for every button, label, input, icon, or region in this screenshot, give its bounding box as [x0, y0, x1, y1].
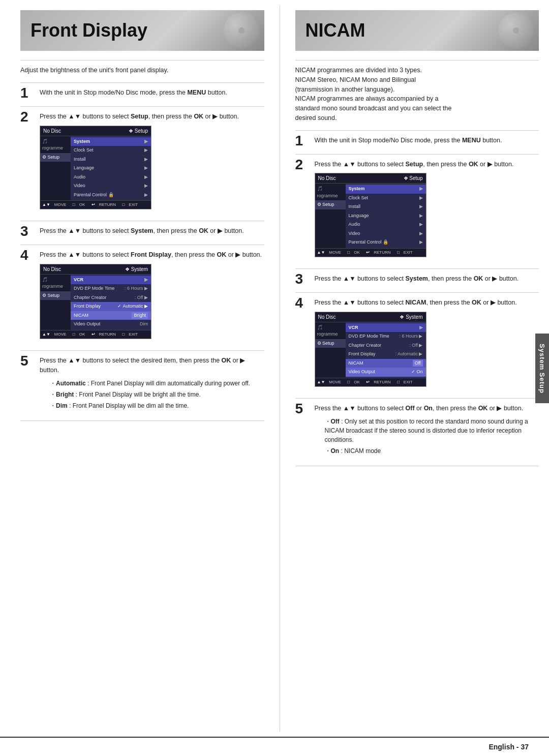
divider-s2-left [20, 221, 264, 221]
divider-end-right [295, 466, 539, 466]
main-content: Front Display Adjust the brightness of t… [0, 0, 549, 737]
osd-chapter-left: Chapter Creator : Off ▶ [71, 293, 151, 303]
nicam-header: NICAM [295, 10, 539, 51]
step-number-4-left: 4 [20, 248, 35, 262]
osd-disc-left: No Disc [43, 127, 61, 135]
osd-body-left: 🎵 rogramme ⚙ Setup System ▶ Clock Set ▶ … [40, 136, 151, 201]
osd-system-nav-right: ▲▼ MOVE □OK ↩RETURN □EXIT [315, 378, 426, 386]
step-1-left: 1 With the unit in Stop mode/No Disc mod… [20, 88, 264, 100]
step-5-right: 5 Press the ▲▼ buttons to select Off or … [295, 404, 539, 460]
osd-nicam-right: NICAM Off [346, 359, 426, 368]
bullet-auto: ・Automatic : Front Panel Display will di… [50, 379, 264, 388]
intro-text-right: NICAM programmes are divided into 3 type… [295, 66, 539, 123]
divider-intro-right [295, 130, 539, 131]
osd-main-right: System ▶ Clock Set ▶ Install ▶ Language … [346, 184, 426, 248]
osd-system-mode-left: ❖ System [125, 265, 148, 273]
osd-system-vcr-right: VCR ▶ [346, 323, 426, 332]
step-content-2-left: Press the ▲▼ buttons to select Setup, th… [40, 112, 264, 215]
step-number-5-left: 5 [20, 354, 35, 368]
header-disc-right [498, 13, 534, 48]
sidebar2-setup-left: ⚙ Setup [40, 291, 71, 300]
col-right: NICAM NICAM programmes are divided into … [280, 0, 550, 737]
osd-setup-left: No Disc ❖ Setup 🎵 rogramme ⚙ Setup Syste… [40, 126, 151, 210]
divider-after-header-left [20, 60, 264, 61]
osd-chapter-right: Chapter Creator : Off ▶ [346, 341, 426, 350]
osd-body-right: 🎵 rogramme ⚙ Setup System ▶ Clock Set ▶ … [315, 184, 426, 248]
osd-nav-left: ▲▼ MOVE □OK ↩RETURN □EXIT [40, 200, 151, 209]
osd-sidebar-left: 🎵 rogramme ⚙ Setup [40, 136, 71, 201]
step-number-5-right: 5 [295, 402, 310, 416]
front-display-title: Front Display [20, 15, 158, 46]
bullet-off: ・Off : Only set at this position to reco… [325, 417, 539, 444]
osd-nav-right: ▲▼ MOVE □OK ↩RETURN □EXIT [315, 248, 426, 257]
step-3-left: 3 Press the ▲▼ buttons to select System,… [20, 226, 264, 238]
osd-item-audio-left: Audio ▶ [71, 173, 151, 182]
header-disc-left [224, 13, 259, 48]
step-content-1-right: With the unit in Stop mode/No Disc mode,… [315, 136, 539, 145]
osd-nicam-left: NICAM Bright [71, 311, 151, 320]
osd-frontdisp-right: Front Display : Automatic ▶ [346, 350, 426, 359]
step-content-1-left: With the unit in Stop mode/No Disc mode,… [40, 88, 264, 98]
osd-frontdisp-left: Front Display ✓ Automatic ▶ [71, 302, 151, 311]
osd-system-main-left: VCR ▶ DVD EP Mode Time : 6 Hours ▶ Chapt… [71, 275, 151, 330]
osd-menu-header-left: System ▶ [71, 137, 151, 146]
system-setup-tab: System Setup [535, 334, 549, 404]
step-content-3-left: Press the ▲▼ buttons to select System, t… [40, 226, 264, 236]
sidebar-programme-left: 🎵 rogramme [40, 137, 71, 153]
divider-intro-left [20, 82, 264, 83]
osd-item-clockset-right: Clock Set ▶ [346, 194, 426, 203]
step-number-2-right: 2 [295, 158, 310, 172]
osd-dvdep-right: DVD EP Mode Time : 6 Hours ▶ [346, 332, 426, 341]
divider-s1-left [20, 106, 264, 107]
nicam-title: NICAM [295, 15, 376, 46]
sidebar-programme-right: 🎵 rogramme [315, 185, 346, 200]
col-left: Front Display Adjust the brightness of t… [0, 0, 280, 737]
osd-item-clockset-left: Clock Set ▶ [71, 146, 151, 155]
sidebar2-programme-right: 🎵 rogramme [315, 323, 346, 339]
divider-end-left [20, 420, 264, 421]
footer: English - 37 [0, 737, 549, 756]
divider-s2-right [295, 268, 539, 269]
osd-mode-left: ❖ Setup [129, 127, 148, 135]
osd-item-video-right: Video ▶ [346, 229, 426, 238]
step-2-left: 2 Press the ▲▼ buttons to select Setup, … [20, 112, 264, 215]
divider-s4-left [20, 350, 264, 351]
step-content-4-left: Press the ▲▼ buttons to select Front Dis… [40, 250, 264, 344]
osd-dvdep-left: DVD EP Mode Time : 6 Hours ▶ [71, 284, 151, 293]
osd-mode-right: ❖ Setup [404, 174, 423, 182]
osd-menu-header-right: System ▶ [346, 185, 426, 194]
osd-item-audio-right: Audio ▶ [346, 220, 426, 229]
osd-item-language-right: Language ▶ [346, 211, 426, 221]
osd-item-language-left: Language ▶ [71, 164, 151, 173]
page: Front Display Adjust the brightness of t… [0, 0, 549, 756]
step-number-3-left: 3 [20, 224, 35, 238]
step-1-right: 1 With the unit in Stop mode/No Disc mod… [295, 136, 539, 148]
step-number-1-left: 1 [20, 86, 35, 100]
osd-system-main-right: VCR ▶ DVD EP Mode Time : 6 Hours ▶ Chapt… [346, 322, 426, 378]
osd-vidout-right: Video Output ✓ On [346, 368, 426, 377]
step-number-3-right: 3 [295, 272, 310, 286]
osd-system-left: No Disc ❖ System 🎵 rogramme ⚙ Setup VCR … [40, 264, 151, 339]
osd-system-body-left: 🎵 rogramme ⚙ Setup VCR ▶ DVD EP Mode Tim… [40, 275, 151, 330]
divider-after-header-right [295, 60, 539, 61]
osd-system-disc-right: No Disc [318, 313, 336, 321]
step-number-2-left: 2 [20, 110, 35, 124]
osd-system-disc-left: No Disc [43, 265, 61, 273]
sidebar-setup-right: ⚙ Setup [315, 200, 346, 209]
front-display-header: Front Display [20, 10, 264, 51]
osd-item-parental-right: Parental Control 🔒 ▶ [346, 238, 426, 247]
osd-system-title-left: No Disc ❖ System [40, 264, 151, 275]
step-number-4-right: 4 [295, 296, 310, 310]
osd-item-video-left: Video ▶ [71, 182, 151, 191]
step-content-5-right: Press the ▲▼ buttons to select Off or On… [315, 404, 539, 460]
osd-disc-right: No Disc [318, 174, 336, 182]
bullet-on: ・On : NICAM mode [325, 446, 539, 456]
osd-system-title-right: No Disc ❖ System [315, 312, 426, 322]
divider-s3-left [20, 245, 264, 245]
sidebar2-programme-left: 🎵 rogramme [40, 276, 71, 291]
sidebar2-setup-right: ⚙ Setup [315, 339, 346, 348]
osd-system-body-right: 🎵 rogramme ⚙ Setup VCR ▶ DVD EP Mode Tim… [315, 322, 426, 378]
osd-setup-right: No Disc ❖ Setup 🎵 rogramme ⚙ Setup Syste… [315, 173, 426, 257]
divider-s1-right [295, 154, 539, 155]
step-content-4-right: Press the ▲▼ buttons to select NICAM, th… [315, 298, 539, 392]
